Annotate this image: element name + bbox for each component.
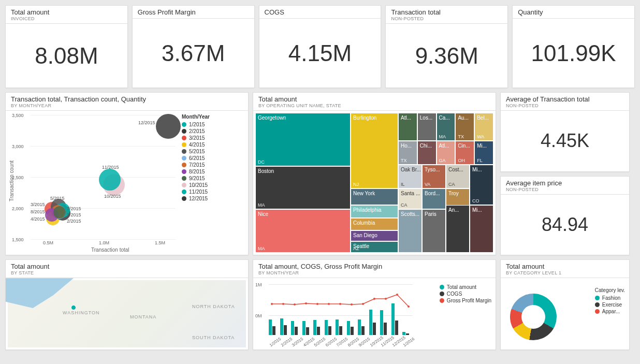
kpi-total-amount[interactable]: Total amountINVOICED 8.08M (5, 5, 128, 88)
treemap-cell[interactable]: Cin...OH (455, 141, 474, 165)
treemap-cell[interactable]: Au...TX (455, 113, 474, 141)
kpi-cogs[interactable]: COGS 4.15M (259, 5, 382, 88)
map-chart[interactable]: WASHINGTON MONTANA NORTH DAKOTA SOUTH DA… (6, 278, 248, 350)
legend-item[interactable]: 1/2015 (182, 122, 244, 127)
legend-item[interactable]: 11/2015 (182, 189, 244, 195)
treemap-cell[interactable]: Philadelphia (351, 205, 398, 217)
bar-group[interactable] (269, 303, 276, 335)
bar-group[interactable] (358, 303, 365, 335)
bar-cogs[interactable] (373, 323, 376, 335)
treemap-cell[interactable]: Bel...WA (474, 113, 493, 141)
treemap-cell[interactable]: GeorgetownDC (255, 113, 351, 166)
treemap-cell[interactable]: Scotts... (398, 209, 422, 253)
bar-cogs[interactable] (295, 327, 298, 335)
kpi-quantity[interactable]: Quantity 101.99K (512, 5, 635, 88)
legend-item[interactable]: COGS (440, 291, 491, 297)
treemap-cell[interactable]: Atl...GA (437, 141, 456, 165)
legend-item[interactable]: 2/2015 (182, 128, 244, 134)
bar-group[interactable] (325, 303, 332, 335)
legend-item[interactable]: 5/2015 (182, 149, 244, 154)
bar-cogs[interactable] (406, 333, 409, 335)
barline-chart[interactable]: 1M 0M Total amount COGS Gross Profit Mar… (253, 278, 496, 350)
legend-item[interactable]: 9/2015 (182, 176, 244, 181)
bubble-chart[interactable]: 3,500 3,000 2,500 2,000 1,500 0.5M 1.0M … (6, 111, 248, 255)
bar-group[interactable] (280, 303, 287, 335)
treemap-cell[interactable]: Ho...TX (398, 141, 417, 165)
legend-item[interactable]: 6/2015 (182, 155, 244, 161)
bar-group[interactable] (313, 303, 321, 335)
legend-item[interactable]: 7/2015 (182, 162, 244, 168)
bar-group[interactable] (380, 303, 387, 335)
bar-total[interactable] (380, 310, 383, 335)
treemap-cell[interactable]: Los... (417, 113, 437, 141)
donut-chart[interactable]: Category lev. Fashion Exercise Appar... (501, 278, 629, 350)
treemap-cell[interactable]: San Diego (351, 230, 398, 242)
treemap-cell[interactable]: Oak Br...IL (398, 165, 422, 188)
bar-group[interactable] (402, 303, 410, 335)
bar-cogs[interactable] (306, 327, 309, 335)
legend-item[interactable]: 4/2015 (182, 142, 244, 148)
treemap-cell[interactable]: SeattleAZ (351, 241, 398, 253)
bar-cogs[interactable] (328, 326, 331, 335)
treemap-cell[interactable]: BostonMA (255, 166, 351, 210)
legend-item[interactable]: 3/2015 (182, 135, 244, 141)
treemap-chart[interactable]: GeorgetownDC BostonMA NiceMA BurlingtonN… (253, 111, 496, 255)
kpi-avg-item-price[interactable]: Average item priceNON-POSTED 84.94 (500, 176, 630, 256)
bar-total[interactable] (391, 303, 395, 335)
treemap-cell[interactable]: Ca...MA (437, 113, 456, 141)
treemap-cell[interactable]: Chi... (417, 141, 437, 165)
bubble-chart-card[interactable]: Transaction total, Transaction count, Qu… (5, 92, 249, 255)
bar-cogs[interactable] (272, 326, 275, 335)
map-card[interactable]: Total amountBY STATE WASHINGTON MONTANA … (5, 259, 249, 350)
donut-ring[interactable] (510, 294, 557, 340)
bar-total[interactable] (291, 321, 294, 335)
kpi-avg-transaction-total[interactable]: Average of Transaction totalNON-POSTED 4… (500, 92, 630, 172)
bar-cogs[interactable] (284, 325, 287, 335)
bar-cogs[interactable] (339, 326, 342, 335)
bar-cogs[interactable] (361, 326, 365, 335)
bar-group[interactable] (347, 303, 354, 335)
bar-cogs[interactable] (317, 327, 320, 335)
bar-total[interactable] (336, 319, 339, 335)
bubble[interactable] (156, 114, 181, 139)
bar-group[interactable] (369, 303, 376, 335)
treemap-cell[interactable]: Atl... (398, 113, 417, 141)
legend-item[interactable]: 12/2015 (182, 196, 244, 201)
treemap-cell[interactable]: Santa ...CA (398, 188, 422, 209)
bar-group[interactable] (391, 303, 399, 335)
treemap-cell[interactable]: Cost...CA (446, 165, 470, 188)
legend-item[interactable]: Exercise (595, 302, 625, 308)
treemap-cell[interactable]: Mi...CO (470, 165, 493, 205)
bar-total[interactable] (347, 321, 350, 335)
bar-group[interactable] (302, 303, 310, 335)
bar-total[interactable] (313, 320, 316, 335)
legend-item[interactable]: Appar... (595, 309, 625, 314)
treemap-cell[interactable]: Paris (422, 209, 446, 253)
legend-item[interactable]: 8/2015 (182, 169, 244, 174)
treemap-cell[interactable]: Mi... (470, 205, 493, 253)
legend-item[interactable]: Fashion (595, 295, 625, 301)
bar-total[interactable] (325, 320, 328, 335)
bar-group[interactable] (291, 303, 298, 335)
treemap-cell[interactable]: NiceMA (255, 209, 351, 253)
treemap-cell[interactable]: BurlingtonNJ (351, 113, 398, 188)
bar-cogs[interactable] (395, 321, 398, 335)
kpi-transaction-total[interactable]: Transaction totalNON-POSTED 9.36M (385, 5, 508, 88)
legend-item[interactable]: Gross Profit Margin (440, 298, 491, 303)
treemap-cell[interactable]: An... (446, 205, 470, 253)
treemap-cell[interactable]: Mi...FL (474, 141, 493, 165)
bar-cogs[interactable] (384, 323, 387, 335)
treemap-cell[interactable]: Bord... (422, 188, 446, 209)
bar-cogs[interactable] (351, 327, 354, 335)
bar-total[interactable] (402, 332, 405, 335)
bar-total[interactable] (302, 321, 306, 335)
bar-total[interactable] (358, 319, 361, 335)
bar-total[interactable] (280, 318, 283, 335)
bar-total[interactable] (369, 310, 372, 335)
treemap-cell[interactable]: Tyso...VA (422, 165, 446, 188)
legend-item[interactable]: 10/2015 (182, 182, 244, 188)
treemap-cell[interactable]: New York (351, 188, 398, 205)
legend-item[interactable]: Total amount (440, 284, 491, 290)
bar-group[interactable] (336, 303, 343, 335)
bar-total[interactable] (269, 319, 272, 335)
